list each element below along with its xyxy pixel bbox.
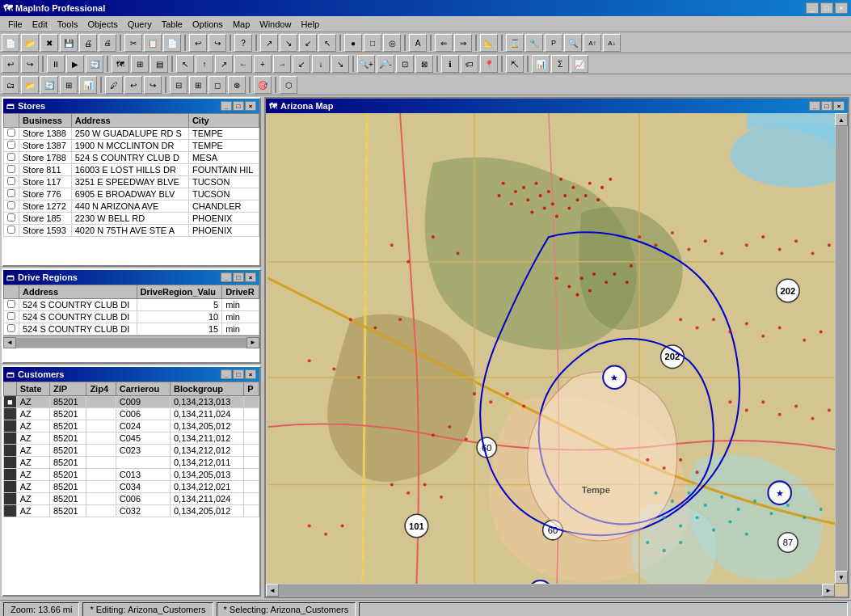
tb3-x[interactable]: ⊗ <box>228 76 246 94</box>
map-hscrollbar[interactable]: ◄ ► <box>266 584 835 597</box>
tb-rect[interactable]: □ <box>364 34 381 52</box>
table-row[interactable]: AZ 85201 C006 0,134,211,024 <box>4 408 259 420</box>
row-checkbox[interactable] <box>4 225 19 237</box>
tb-copy[interactable]: 📋 <box>144 34 162 52</box>
stores-close[interactable]: × <box>245 101 256 111</box>
table-row[interactable]: Store 776 6905 E BROADWAY BLV TUCSON <box>4 188 259 200</box>
map-scroll-right[interactable]: ► <box>822 584 835 597</box>
tb2-graph[interactable]: 📈 <box>571 55 588 73</box>
table-row[interactable]: Store 1387 1900 N MCCLINTON DR TEMPE <box>4 140 259 152</box>
menu-query[interactable]: Query <box>123 18 157 31</box>
tb-right-arr[interactable]: ⇒ <box>454 34 472 52</box>
row-checkbox[interactable] <box>4 457 17 469</box>
tb2-arrow-se[interactable]: ↘ <box>331 55 349 73</box>
map-window-controls[interactable]: _ □ × <box>809 101 845 111</box>
tb2-info[interactable]: ℹ <box>441 55 459 73</box>
row-checkbox[interactable] <box>4 213 19 225</box>
tb-select2[interactable]: ↘ <box>280 34 297 52</box>
menu-objects[interactable]: Objects <box>82 18 122 31</box>
tb-a2[interactable]: A↓ <box>603 34 621 52</box>
tb2-table[interactable]: 📊 <box>532 55 550 73</box>
stores-window-controls[interactable]: _ □ × <box>221 101 256 111</box>
drive-regions-title-bar[interactable]: 🗃 Drive Regions _ □ × <box>3 270 259 285</box>
table-row[interactable]: AZ 85201 C045 0,134,211,012 <box>4 432 259 445</box>
map-maximize[interactable]: □ <box>821 101 832 111</box>
table-row[interactable]: 524 S COUNTRY CLUB DI 15 min <box>4 323 259 335</box>
row-checkbox[interactable] <box>4 188 19 200</box>
menu-options[interactable]: Options <box>187 18 228 31</box>
tb-print2[interactable]: 🖨 <box>99 34 116 52</box>
tb-new[interactable]: 📄 <box>2 34 19 52</box>
tb3-hex[interactable]: ⬡ <box>280 76 297 94</box>
tb3-plus[interactable]: ⊞ <box>60 76 78 94</box>
table-row[interactable]: Store 117 3251 E SPEEDWAY BLVE TUCSON <box>4 176 259 188</box>
table-row[interactable]: AZ 85201 C013 0,134,205,013 <box>4 469 259 481</box>
row-checkbox[interactable] <box>4 299 19 311</box>
row-checkbox[interactable] <box>4 481 17 493</box>
customers-maximize[interactable]: □ <box>233 369 244 379</box>
dr-scroll-left[interactable]: ◄ <box>3 337 16 348</box>
app-maximize-button[interactable]: □ <box>820 2 833 14</box>
app-minimize-button[interactable]: _ <box>806 2 819 14</box>
row-checkbox[interactable] <box>4 140 19 152</box>
tb-close[interactable]: ✖ <box>40 34 58 52</box>
tb2-arrow-ne[interactable]: ↗ <box>215 55 233 73</box>
tb3-minus[interactable]: ⊟ <box>170 76 187 94</box>
row-checkbox[interactable] <box>4 176 19 188</box>
tb2-zoom-sel[interactable]: ⊠ <box>415 55 433 73</box>
tb-circle[interactable]: ● <box>344 34 362 52</box>
row-checkbox[interactable] <box>4 432 17 445</box>
tb-paste[interactable]: 📄 <box>163 34 181 52</box>
map-canvas[interactable]: 101 202 202 87 60 <box>266 113 848 584</box>
tb-ruler[interactable]: 📐 <box>480 34 498 52</box>
tb2-grid[interactable]: ⊞ <box>131 55 149 73</box>
app-close-button[interactable]: × <box>835 2 848 14</box>
tb-wrench[interactable]: 🔧 <box>525 34 543 52</box>
row-checkbox[interactable] <box>4 505 17 517</box>
table-row[interactable]: AZ 85201 C032 0,134,205,012 <box>4 505 259 517</box>
stores-minimize[interactable]: _ <box>221 101 232 111</box>
menu-help[interactable]: Help <box>296 18 324 31</box>
tb3-open2[interactable]: 📂 <box>21 76 39 94</box>
stores-maximize[interactable]: □ <box>233 101 244 111</box>
tb3-chart[interactable]: 📊 <box>79 76 97 94</box>
tb2-refresh[interactable]: 🔄 <box>86 55 103 73</box>
row-checkbox[interactable] <box>4 445 17 457</box>
menu-window[interactable]: Window <box>255 18 296 31</box>
table-row[interactable]: AZ 85201 C023 0,134,212,012 <box>4 445 259 457</box>
tb-cut[interactable]: ✂ <box>124 34 142 52</box>
row-checkbox[interactable] <box>4 493 17 505</box>
tb2-play[interactable]: ▶ <box>66 55 84 73</box>
row-checkbox[interactable] <box>4 128 19 140</box>
menu-table[interactable]: Table <box>157 18 187 31</box>
tb2-stop[interactable]: ⏸ <box>47 55 65 73</box>
tb-polyg[interactable]: ◎ <box>383 34 401 52</box>
tb3-undo2[interactable]: ↩ <box>124 76 142 94</box>
tb2-layer[interactable]: ▤ <box>150 55 168 73</box>
map-scroll-down[interactable]: ▼ <box>835 571 848 584</box>
tb2-pin[interactable]: 📍 <box>480 55 498 73</box>
map-scroll-up[interactable]: ▲ <box>835 113 848 126</box>
table-row[interactable]: Store 1388 250 W GUADALUPE RD S TEMPE <box>4 128 259 140</box>
map-title-bar[interactable]: 🗺 Arizona Map _ □ × <box>266 99 848 113</box>
tb3-folder[interactable]: 🗂 <box>2 76 19 94</box>
table-row[interactable]: Store 1593 4020 N 75TH AVE STE A PHOENIX <box>4 225 259 237</box>
tb2-arrow-s[interactable]: ↓ <box>312 55 330 73</box>
tb-a1[interactable]: A↑ <box>583 34 601 52</box>
tb2-pick[interactable]: ⛏ <box>506 55 524 73</box>
map-vscrollbar[interactable]: ▲ ▼ <box>835 113 848 584</box>
row-checkbox[interactable] <box>4 408 17 420</box>
tb2-zoom-in[interactable]: 🔍+ <box>357 55 375 73</box>
customers-close[interactable]: × <box>245 369 256 379</box>
dr-scroll-right[interactable]: ► <box>246 337 259 348</box>
table-row[interactable]: Store 1788 524 S COUNTRY CLUB D MESA <box>4 152 259 164</box>
drive-regions-window-controls[interactable]: _ □ × <box>221 272 256 282</box>
row-checkbox[interactable] <box>4 164 19 176</box>
tb3-plus2[interactable]: ⊞ <box>189 76 207 94</box>
tb2-arrow-e[interactable]: → <box>273 55 291 73</box>
tb-print[interactable]: 🖨 <box>79 34 97 52</box>
row-checkbox[interactable] <box>4 469 17 481</box>
map-minimize[interactable]: _ <box>809 101 820 111</box>
row-checkbox[interactable]: ■ <box>4 396 17 408</box>
table-row[interactable]: 524 S COUNTRY CLUB DI 5 min <box>4 299 259 311</box>
